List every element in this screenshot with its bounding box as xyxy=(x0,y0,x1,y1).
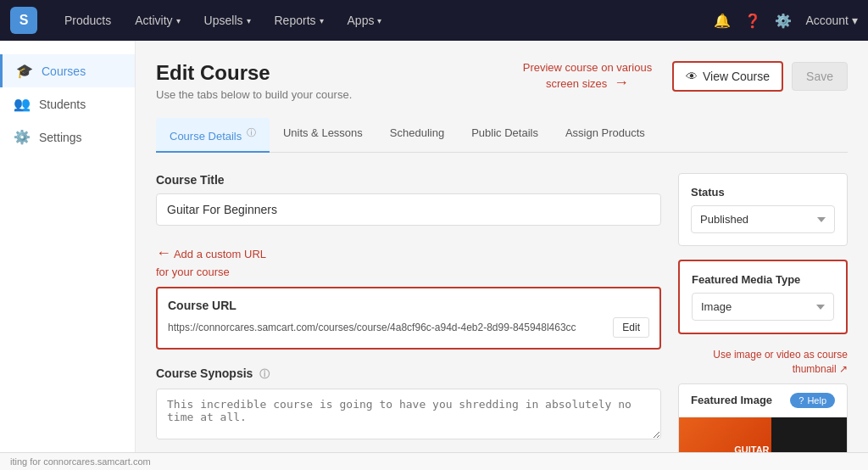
synopsis-textarea[interactable] xyxy=(156,389,661,439)
eye-icon: 👁 xyxy=(686,70,698,83)
top-nav: S Products Activity ▾ Upsells ▾ Reports … xyxy=(0,0,868,41)
synopsis-label: Course Synopsis ⓘ xyxy=(156,366,661,382)
edit-url-button[interactable]: Edit xyxy=(613,317,649,338)
chevron-down-icon: ▾ xyxy=(377,16,381,25)
page-subtitle: Use the tabs below to build your course. xyxy=(156,88,352,101)
gear-icon[interactable]: ⚙️ xyxy=(775,13,792,29)
tab-scheduling[interactable]: Scheduling xyxy=(376,118,458,153)
tab-units-lessons[interactable]: Units & Lessons xyxy=(270,118,376,153)
bell-icon[interactable]: 🔔 xyxy=(714,13,731,29)
help-icon[interactable]: ❓ xyxy=(744,13,761,29)
tab-public-details[interactable]: Public Details xyxy=(458,118,552,153)
course-synopsis-group: Course Synopsis ⓘ xyxy=(156,366,661,442)
course-title-label: Course Title xyxy=(156,173,661,187)
sidebar-item-courses[interactable]: 🎓 Courses xyxy=(0,54,135,87)
media-type-select[interactable]: Image Video xyxy=(692,293,834,321)
help-button[interactable]: ? Help xyxy=(790,393,835,408)
media-annotation: Use image or video as course thumbnail ↗ xyxy=(678,348,848,377)
course-title-group: Course Title xyxy=(156,173,661,226)
nav-item-upsells[interactable]: Upsells ▾ xyxy=(194,8,261,32)
status-card: Status Published Draft xyxy=(678,173,848,246)
chevron-down-icon: ▾ xyxy=(176,16,181,25)
arrow-annotation-icon: ↗ xyxy=(839,363,848,375)
status-label: Status xyxy=(691,186,835,199)
course-url-label: Course URL xyxy=(168,299,649,312)
url-row: https://connorcares.samcart.com/courses/… xyxy=(168,317,649,338)
nav-item-apps[interactable]: Apps ▾ xyxy=(337,8,392,32)
url-annotation: ← Add a custom URL for your course xyxy=(156,243,279,279)
page-title: Edit Course xyxy=(156,61,352,85)
synopsis-help-icon: ⓘ xyxy=(259,368,270,380)
status-select[interactable]: Published Draft xyxy=(691,205,835,233)
sidebar-item-students[interactable]: 👥 Students xyxy=(0,87,135,120)
sidebar-item-settings[interactable]: ⚙️ Settings xyxy=(0,120,135,154)
page-header-left: Edit Course Use the tabs below to build … xyxy=(156,61,352,101)
content-left: Course Title ← Add a custom URL for your… xyxy=(156,173,661,470)
page-header: Edit Course Use the tabs below to build … xyxy=(156,61,848,101)
courses-icon: 🎓 xyxy=(16,63,33,79)
content-right: Status Published Draft Featured Media Ty… xyxy=(678,173,848,470)
tab-course-details[interactable]: Course Details ⓘ xyxy=(156,118,270,153)
chevron-down-icon: ▾ xyxy=(852,14,858,27)
header-actions: Preview course on various screen sizes →… xyxy=(511,61,848,92)
nav-item-activity[interactable]: Activity ▾ xyxy=(125,8,190,32)
sidebar: 🎓 Courses 👥 Students ⚙️ Settings xyxy=(0,41,136,470)
featured-image-header: Featured Image ? Help xyxy=(679,384,847,417)
layout: 🎓 Courses 👥 Students ⚙️ Settings Edit Co… xyxy=(0,41,868,470)
preview-annotation: Preview course on various screen sizes → xyxy=(511,61,664,92)
nav-right: 🔔 ❓ ⚙️ Account ▾ xyxy=(714,13,858,29)
course-title-input[interactable] xyxy=(156,193,661,226)
nav-item-products[interactable]: Products xyxy=(54,8,121,32)
tab-assign-products[interactable]: Assign Products xyxy=(552,118,659,153)
course-url-text: https://connorcares.samcart.com/courses/… xyxy=(168,322,606,333)
media-type-label: Featured Media Type xyxy=(692,273,834,286)
students-icon: 👥 xyxy=(14,96,31,112)
help-circle-icon: ? xyxy=(798,395,804,406)
content-grid: Course Title ← Add a custom URL for your… xyxy=(156,173,848,470)
featured-media-type-card: Featured Media Type Image Video xyxy=(678,260,848,334)
status-bar: iting for connorcares.samcart.com xyxy=(0,452,868,470)
settings-icon: ⚙️ xyxy=(14,129,31,145)
logo: S xyxy=(10,7,37,34)
url-field-container: Course URL https://connorcares.samcart.c… xyxy=(156,287,661,350)
account-button[interactable]: Account ▾ xyxy=(805,14,858,27)
chevron-down-icon: ▾ xyxy=(247,16,251,25)
arrow-left-icon: ← xyxy=(156,244,171,261)
tab-info-icon: ⓘ xyxy=(247,127,256,137)
arrow-right-icon: → xyxy=(614,74,629,91)
chevron-down-icon: ▾ xyxy=(320,16,324,25)
view-course-button[interactable]: 👁 View Course xyxy=(672,61,783,92)
nav-item-reports[interactable]: Reports ▾ xyxy=(264,8,334,32)
course-url-group: Course URL https://connorcares.samcart.c… xyxy=(156,287,661,350)
tabs: Course Details ⓘ Units & Lessons Schedul… xyxy=(156,118,848,153)
nav-items: Products Activity ▾ Upsells ▾ Reports ▾ … xyxy=(54,8,714,32)
save-button[interactable]: Save xyxy=(792,62,848,91)
main-content: Edit Course Use the tabs below to build … xyxy=(136,41,868,470)
